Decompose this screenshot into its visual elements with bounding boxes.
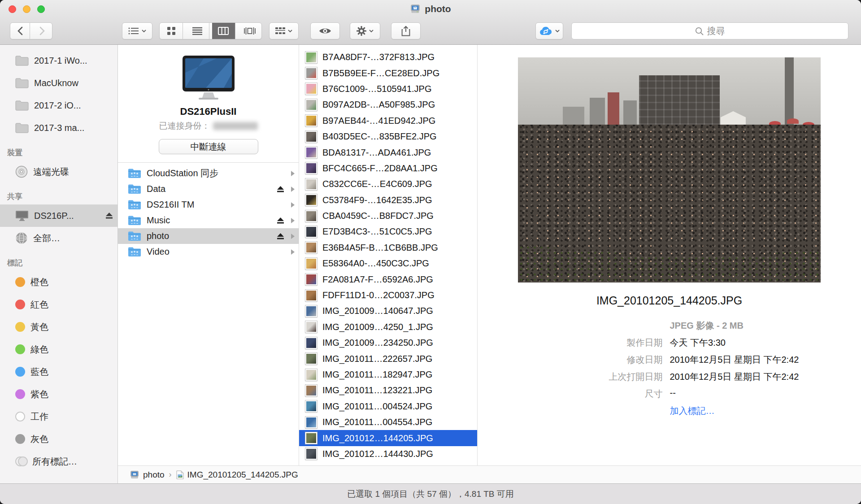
quick-look-button[interactable]: [310, 22, 340, 39]
share-name: Music: [147, 215, 170, 226]
file-thumbnail: [305, 321, 317, 333]
path-item[interactable]: IMG_20101205_144205.JPG: [176, 470, 298, 480]
disconnect-button[interactable]: 中斷連線: [159, 139, 258, 154]
list-view-button[interactable]: [186, 23, 209, 39]
chevron-right-icon: [291, 202, 295, 208]
file-row[interactable]: B7B5B9EE-F…CE28ED.JPG: [299, 65, 477, 81]
status-text: 已選取 1 個項目（共 57 個），4.81 TB 可用: [347, 488, 514, 500]
file-row[interactable]: IMG_201009…234250.JPG: [299, 335, 477, 351]
meta-value: 今天 下午3:30: [670, 337, 831, 349]
sidebar-tag-item[interactable]: 綠色: [0, 338, 117, 361]
file-column: B7AA8DF7-…372F813.JPGB7B5B9EE-F…CE28ED.J…: [299, 45, 478, 465]
file-thumbnail: [305, 417, 317, 428]
forward-button[interactable]: [33, 23, 52, 39]
file-row[interactable]: B76C1009-…5105941.JPG: [299, 81, 477, 97]
sidebar-tag-item[interactable]: 工作: [0, 405, 117, 428]
share-row[interactable]: CloudStation 同步: [118, 165, 299, 181]
sidebar-folder-item[interactable]: MacUknow: [0, 72, 117, 94]
sidebar-section-devices: 裝置: [0, 143, 117, 161]
preview-metadata: JPEG 影像 - 2 MB製作日期今天 下午3:30修改日期2010年12月5…: [508, 320, 831, 417]
sidebar-folder-item[interactable]: 2017-3 ma...: [0, 117, 117, 139]
sidebar-tag-item[interactable]: 紅色: [0, 293, 117, 316]
sidebar-item-all[interactable]: 全部…: [0, 227, 117, 249]
file-row[interactable]: B403D5EC-…835BFE2.JPG: [299, 129, 477, 144]
sidebar-tag-item[interactable]: 所有標記…: [0, 450, 117, 473]
path-bar: photo›IMG_20101205_144205.JPG: [118, 465, 861, 483]
eject-icon[interactable]: [277, 217, 284, 224]
path-item-label: IMG_20101205_144205.JPG: [187, 470, 298, 480]
path-item-label: photo: [143, 470, 165, 480]
file-row[interactable]: C832CC6E-…E4C609.JPG: [299, 176, 477, 192]
sidebar-tag-item[interactable]: 灰色: [0, 428, 117, 450]
sidebar-item-server[interactable]: DS216P...: [0, 204, 117, 227]
shared-folder-icon: [128, 199, 141, 210]
sidebar-item-remote-disc[interactable]: 遠端光碟: [0, 161, 117, 183]
file-row[interactable]: IMG_201011…222657.JPG: [299, 351, 477, 366]
share-row[interactable]: DS216II TM: [118, 197, 299, 213]
coverflow-view-button[interactable]: [238, 23, 261, 39]
file-row[interactable]: IMG_201012…144430.JPG: [299, 446, 477, 462]
share-row[interactable]: Data: [118, 181, 299, 197]
view-options-dropdown[interactable]: [122, 22, 152, 39]
sidebar-item-label: 全部…: [33, 232, 60, 244]
view-switcher: [159, 22, 262, 39]
file-row[interactable]: B097A2DB-…A50F985.JPG: [299, 97, 477, 113]
file-row[interactable]: FDFF11D1-0…2C0037.JPG: [299, 287, 477, 303]
file-name: B7AA8DF7-…372F813.JPG: [322, 52, 435, 62]
share-button[interactable]: [391, 22, 421, 39]
preview-image: [518, 57, 821, 282]
icon-view-button[interactable]: [160, 23, 183, 39]
share-row[interactable]: photo: [118, 228, 299, 244]
sidebar-tag-item[interactable]: 橙色: [0, 271, 117, 293]
eject-icon[interactable]: [277, 233, 284, 240]
share-name: CloudStation 同步: [147, 167, 218, 179]
file-row[interactable]: F2A081A7-F…6592A6.JPG: [299, 271, 477, 287]
sidebar-item-label: 2017-1 iWo...: [34, 56, 87, 66]
file-thumbnail: [305, 274, 317, 285]
file-row[interactable]: BFC4C665-F…2D8AA1.JPG: [299, 161, 477, 176]
column-view-button[interactable]: [212, 23, 235, 39]
add-tags-link[interactable]: 加入標記…: [670, 405, 831, 417]
file-row[interactable]: IMG_201011…004554.JPG: [299, 414, 477, 430]
file-row[interactable]: E58364A0-…450C3C.JPG: [299, 256, 477, 271]
image-file-icon: [176, 470, 184, 479]
file-row[interactable]: CBA0459C-…B8FDC7.JPG: [299, 208, 477, 224]
file-row[interactable]: IMG_201011…123221.JPG: [299, 382, 477, 398]
eject-icon[interactable]: [277, 186, 284, 193]
file-row[interactable]: C53784F9-…1642E35.JPG: [299, 192, 477, 208]
page-title: photo: [425, 4, 451, 14]
file-name: IMG_201009…234250.JPG: [322, 338, 433, 348]
file-row[interactable]: IMG_201011…004524.JPG: [299, 399, 477, 414]
sidebar-folder-item[interactable]: 2017-2 iO...: [0, 94, 117, 117]
share-row[interactable]: Music: [118, 213, 299, 228]
sidebar-tag-item[interactable]: 紫色: [0, 383, 117, 405]
action-gear-dropdown[interactable]: [350, 22, 380, 39]
file-name: FDFF11D1-0…2C0037.JPG: [322, 290, 435, 300]
file-row[interactable]: BDA81317-…ADA461.JPG: [299, 144, 477, 160]
path-item[interactable]: photo: [130, 470, 165, 480]
file-row[interactable]: IMG_201011…182947.JPG: [299, 367, 477, 382]
sidebar-folder-item[interactable]: 2017-1 iWo...: [0, 49, 117, 72]
back-button[interactable]: [10, 23, 30, 39]
file-row[interactable]: E36B4A5F-B…1CB6BB.JPG: [299, 240, 477, 256]
tag-color-icon: [15, 300, 25, 309]
sidebar-tag-item[interactable]: 黃色: [0, 316, 117, 338]
file-row[interactable]: IMG_201012…144205.JPG: [299, 430, 477, 446]
sidebar-tag-item[interactable]: 藍色: [0, 361, 117, 383]
file-name: IMG_201009…4250_1.JPG: [322, 322, 433, 332]
chevron-right-icon: [291, 170, 295, 177]
eject-icon[interactable]: [105, 212, 113, 219]
cloud-sync-dropdown[interactable]: [535, 22, 563, 39]
search-input[interactable]: 搜尋: [571, 22, 848, 39]
file-row[interactable]: B97AEB44-…41ED942.JPG: [299, 113, 477, 129]
file-row[interactable]: IMG_201009…140647.JPG: [299, 303, 477, 319]
folder-icon: [15, 55, 29, 66]
arrange-dropdown[interactable]: [269, 22, 299, 39]
meta-label: 尺寸: [508, 388, 663, 400]
file-row[interactable]: E7D3B4C3-…51C0C5.JPG: [299, 224, 477, 239]
sidebar-item-label: 所有標記…: [32, 456, 77, 468]
file-row[interactable]: IMG_201009…4250_1.JPG: [299, 319, 477, 335]
share-row[interactable]: Video: [118, 244, 299, 260]
shared-folder-icon: [128, 215, 141, 226]
file-row[interactable]: B7AA8DF7-…372F813.JPG: [299, 49, 477, 65]
